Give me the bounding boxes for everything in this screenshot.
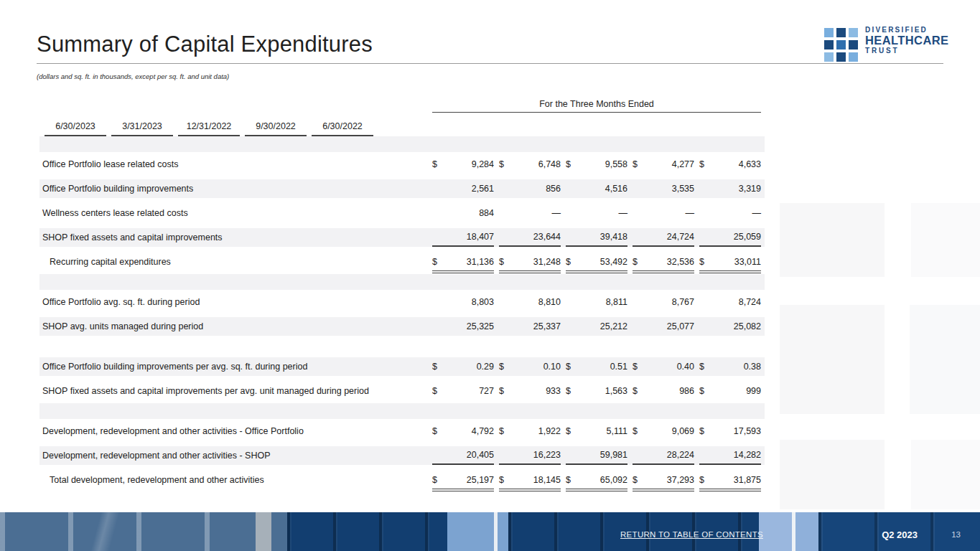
cell-value: 3,535 <box>672 184 694 194</box>
value-cell: 8,724 <box>699 293 761 311</box>
currency-symbol: $ <box>566 386 572 396</box>
cell-value: 4,633 <box>739 159 761 169</box>
cell-value: 23,644 <box>533 232 561 242</box>
currency-symbol: $ <box>633 386 639 396</box>
footer-window-panel <box>271 512 287 551</box>
value-cell: $1,922 <box>499 422 561 441</box>
table-row: Total development, redevelopment and oth… <box>39 468 765 492</box>
value-cell: $0.51 <box>566 357 627 376</box>
table-group-header-row: For the Three Months Ended <box>39 94 765 113</box>
report-period-label: Q2 2023 <box>869 529 918 540</box>
currency-symbol: $ <box>633 426 639 436</box>
group-header-label: For the Three Months Ended <box>432 94 761 113</box>
cell-value: 4,516 <box>605 184 627 194</box>
value-cell: $0.40 <box>633 357 694 376</box>
value-cell: $0.38 <box>699 357 761 376</box>
value-cell: $0.29 <box>432 357 494 376</box>
value-cell: $25,197 <box>432 471 494 489</box>
logo-square <box>836 28 846 37</box>
table-spacer-row <box>39 274 765 290</box>
currency-symbol: $ <box>633 475 639 485</box>
cell-value: 9,284 <box>472 159 494 169</box>
cell-value: 986 <box>679 386 694 396</box>
cell-value: 1,922 <box>538 426 561 436</box>
value-cell: $5,111 <box>566 422 627 441</box>
currency-symbol: $ <box>699 257 706 267</box>
table-row: Wellness centers lease related costs884—… <box>39 201 765 225</box>
row-label: Development, redevelopment and other act… <box>39 426 427 436</box>
cell-value: 933 <box>546 386 561 396</box>
footer-window-panel <box>447 512 494 551</box>
row-label: SHOP fixed assets and capital improvemen… <box>39 386 427 396</box>
table-row: Office Portfolio avg. sq. ft. during per… <box>39 290 765 314</box>
cell-value: 31,875 <box>734 475 761 485</box>
return-to-toc-link[interactable]: RETURN TO TABLE OF CONTENTS <box>620 530 763 539</box>
value-cell: $31,136 <box>432 253 494 271</box>
cell-value: 8,810 <box>538 297 561 307</box>
value-cell: $1,563 <box>566 382 627 400</box>
row-label: Total development, redevelopment and oth… <box>39 475 427 485</box>
cell-value: 39,418 <box>600 232 627 242</box>
table-row: Development, redevelopment and other act… <box>39 443 765 468</box>
cell-value: — <box>752 208 762 218</box>
currency-symbol: $ <box>499 159 505 169</box>
placeholder-block <box>780 305 885 414</box>
table-row: Recurring capital expenditures$31,136$31… <box>39 250 765 274</box>
logo-square <box>849 40 858 50</box>
value-cell: 8,810 <box>499 293 561 311</box>
value-cell: 25,325 <box>432 317 494 336</box>
logo-grid-icon <box>824 28 858 62</box>
value-cell: 25,212 <box>566 317 627 336</box>
table-row: Development, redevelopment and other act… <box>39 419 765 443</box>
cell-value: 53,492 <box>600 257 627 267</box>
cell-value: 25,212 <box>600 321 627 331</box>
value-cell: 25,337 <box>499 317 561 336</box>
cell-value: 16,223 <box>533 450 561 460</box>
cell-value: 9,558 <box>605 159 627 169</box>
table-spacer-row <box>39 339 765 354</box>
value-cell: $9,558 <box>566 155 627 174</box>
currency-symbol: $ <box>633 257 639 267</box>
column-header: 12/31/2022 <box>178 113 240 136</box>
cell-value: 31,136 <box>467 257 494 267</box>
footer-window-panel <box>795 512 818 551</box>
value-cell: 856 <box>499 179 561 198</box>
value-cell: $999 <box>699 382 761 400</box>
value-cell: 4,516 <box>566 179 627 198</box>
footer-photo-strip: RETURN TO TABLE OF CONTENTS Q2 2023 13 <box>0 512 980 551</box>
page-number: 13 <box>942 530 961 539</box>
cell-value: 2,561 <box>472 184 494 194</box>
currency-symbol: $ <box>432 386 439 396</box>
currency-symbol: $ <box>633 159 639 169</box>
column-header: 6/30/2023 <box>45 113 106 136</box>
cell-value: 0.40 <box>677 362 694 372</box>
cell-value: 31,248 <box>533 257 561 267</box>
cell-value: 1,563 <box>605 386 627 396</box>
value-cell: 18,407 <box>432 228 494 247</box>
table-spacer-row <box>39 136 765 152</box>
slide: Summary of Capital Expenditures (dollars… <box>0 0 980 551</box>
value-cell: 39,418 <box>566 228 627 247</box>
value-cell: 25,077 <box>633 317 694 336</box>
value-cell: $933 <box>499 382 561 400</box>
cell-value: 9,069 <box>672 426 694 436</box>
table-row: Office Portfolio lease related costs$9,2… <box>39 152 765 176</box>
cell-value: 65,092 <box>600 475 627 485</box>
value-cell: $65,092 <box>566 471 627 489</box>
footer-window-panel <box>759 512 792 551</box>
cell-value: — <box>686 208 695 218</box>
value-cell: 8,803 <box>432 293 494 311</box>
cell-value: 18,145 <box>533 475 561 485</box>
row-label: SHOP fixed assets and capital improvemen… <box>39 232 427 242</box>
cell-value: 6,748 <box>538 159 561 169</box>
value-cell: $4,277 <box>633 155 694 174</box>
value-cell: 28,224 <box>633 446 694 465</box>
logo-square <box>836 52 846 62</box>
table-row: SHOP avg. units managed during period25,… <box>39 314 765 339</box>
value-cell: $32,536 <box>633 253 694 271</box>
currency-symbol: $ <box>566 475 572 485</box>
value-cell: $6,748 <box>499 155 561 174</box>
table-row: Office Portfolio building improvements p… <box>39 354 765 379</box>
placeholder-block <box>780 203 885 277</box>
cell-value: 20,405 <box>467 450 494 460</box>
